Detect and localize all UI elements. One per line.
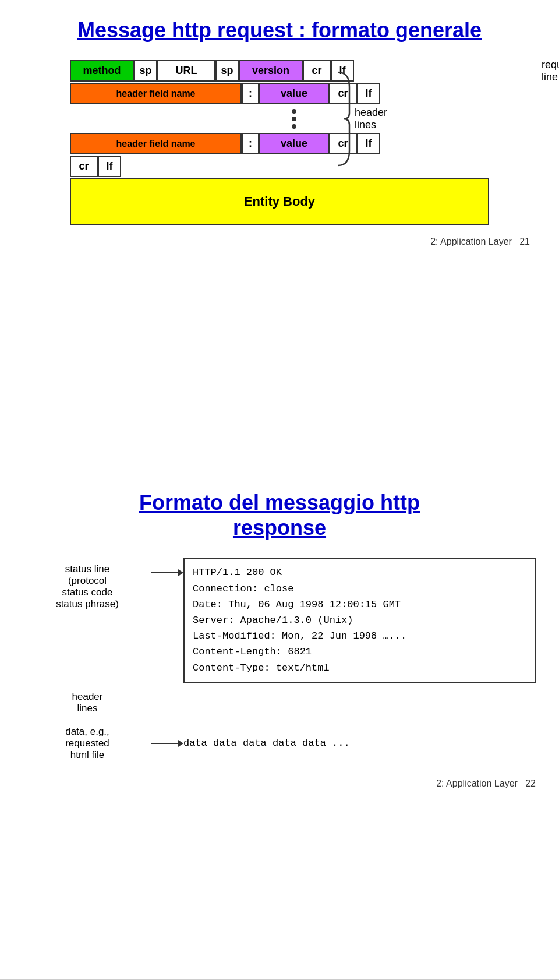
version-cell: version: [239, 60, 303, 82]
svg-marker-3: [178, 740, 183, 747]
status-line-label: status line (protocol status code status…: [23, 558, 151, 610]
url-cell: URL: [157, 60, 215, 82]
brace-svg: [335, 69, 352, 168]
request-line-label: requestline: [542, 59, 559, 83]
entity-body: Entity Body: [70, 178, 489, 225]
value2-cell: value: [259, 133, 329, 154]
response-line-2: Connection: close: [193, 581, 526, 597]
slide1: Message http request : formato generale …: [0, 0, 559, 478]
response-line-3: Date: Thu, 06 Aug 1998 12:00:15 GMT: [193, 597, 526, 612]
colon2-cell: :: [242, 133, 259, 154]
dot1: [292, 109, 296, 114]
data-label: data, e.g., requested html file: [23, 726, 151, 761]
http-diagram: method sp URL sp version cr lf requestli…: [70, 60, 489, 225]
header-lines-brace-group: headerlines: [335, 69, 387, 168]
header-field-name-2: header field name: [70, 133, 242, 154]
response-line-6: Content-Length: 6821: [193, 644, 526, 660]
header-field-name-1: header field name: [70, 83, 242, 104]
data-text: data data data data data ...: [183, 738, 536, 749]
slide1-footer-label: 2: Application Layer: [430, 237, 512, 247]
sp2-cell: sp: [215, 60, 239, 82]
data-arrow: [151, 736, 183, 750]
status-arrow: [151, 558, 183, 580]
cr1-cell: cr: [303, 60, 331, 82]
response-box: HTTP/1.1 200 OK Connection: close Date: …: [183, 558, 536, 682]
slide2-title: Formato del messaggio http response: [23, 490, 536, 540]
dot2: [292, 117, 296, 121]
response-line-7: Content-Type: text/html: [193, 660, 526, 676]
slide1-title: Message http request : formato generale: [23, 17, 536, 43]
slide2-footer-label: 2: Application Layer: [436, 778, 518, 789]
response-line-1: HTTP/1.1 200 OK: [193, 565, 526, 580]
arrow-right-svg: [151, 566, 183, 580]
slide2: Formato del messaggio http response stat…: [0, 478, 559, 979]
colon1-cell: :: [242, 83, 259, 104]
sp1-cell: sp: [134, 60, 157, 82]
lf4-cell: lf: [98, 156, 121, 177]
response-content: HTTP/1.1 200 OK Connection: close Date: …: [183, 558, 536, 682]
method-cell: method: [70, 60, 134, 82]
response-line-5: Last-Modified: Mon, 22 Jun 1998 …...: [193, 628, 526, 644]
slide1-footer-page: 21: [519, 237, 530, 247]
cr4-cell: cr: [70, 156, 98, 177]
svg-marker-1: [178, 569, 183, 576]
data-arrow-svg: [151, 736, 183, 750]
slide1-footer: 2: Application Layer 21: [23, 237, 536, 247]
value1-cell: value: [259, 83, 329, 104]
header-lines-label: headerlines: [355, 107, 387, 131]
slide2-footer: 2: Application Layer 22: [23, 778, 536, 789]
header-lines-left-label: header lines: [23, 691, 151, 714]
slide2-footer-page: 22: [525, 778, 536, 789]
dot3: [292, 124, 296, 129]
response-line-4: Server: Apache/1.3.0 (Unix): [193, 612, 526, 628]
